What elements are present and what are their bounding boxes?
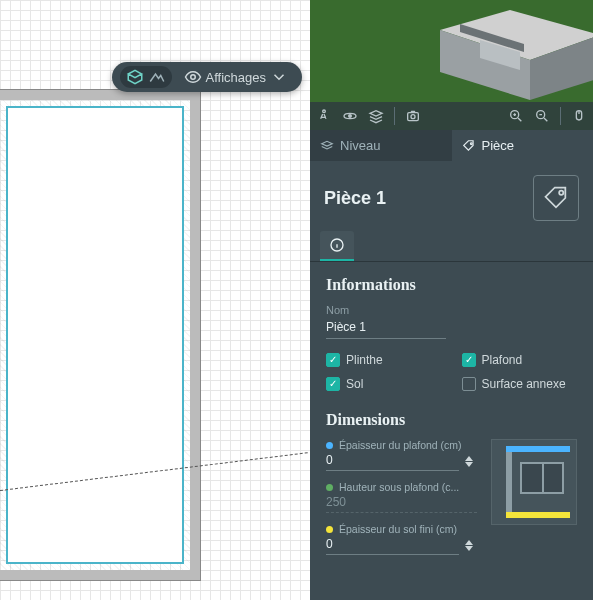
check-icon xyxy=(326,353,340,367)
plan-display-toolbar: Affichages xyxy=(112,62,302,92)
plan-2d-viewport[interactable]: Affichages xyxy=(0,0,310,600)
height-under-ceiling-label: Hauteur sous plafond (c... xyxy=(339,481,459,493)
tab-room[interactable]: Pièce xyxy=(452,130,594,161)
room-title: Pièce 1 xyxy=(324,188,386,209)
check-icon xyxy=(462,353,476,367)
inspector-tabs: Niveau Pièce xyxy=(310,130,593,161)
tag-large-icon xyxy=(542,184,570,212)
right-pane: Niveau Pièce Pièce 1 Informations Nom Pi… xyxy=(310,0,593,600)
info-icon xyxy=(329,237,345,253)
height-under-ceiling-value: 250 xyxy=(326,494,477,513)
checkbox-plinthe[interactable]: Plinthe xyxy=(326,353,442,367)
checkbox-surface-annexe[interactable]: Surface annexe xyxy=(462,377,578,391)
color-dot-height xyxy=(326,484,333,491)
ceiling-thickness-input[interactable]: 0 xyxy=(326,452,459,471)
checkbox-plafond[interactable]: Plafond xyxy=(462,353,578,367)
dimensions-heading: Dimensions xyxy=(326,411,577,429)
svg-point-8 xyxy=(349,115,352,118)
svg-point-10 xyxy=(411,115,415,119)
toolbar-separator xyxy=(560,107,561,125)
field-ceiling-thickness: Épaisseur du plafond (cm) 0 xyxy=(326,439,477,471)
viewport3d-toolbar xyxy=(310,102,593,130)
check-icon xyxy=(326,377,340,391)
color-dot-ceiling xyxy=(326,442,333,449)
building-3d-model xyxy=(430,0,593,110)
orbit-mode-icon[interactable] xyxy=(342,108,358,124)
viewport-3d[interactable] xyxy=(310,0,593,130)
tab-level[interactable]: Niveau xyxy=(310,130,452,161)
checkbox-surface-annexe-label: Surface annexe xyxy=(482,377,566,391)
name-label: Nom xyxy=(326,304,577,316)
affichages-dropdown[interactable]: Affichages xyxy=(178,66,294,88)
walk-mode-icon[interactable] xyxy=(316,108,332,124)
check-icon xyxy=(462,377,476,391)
affichages-label: Affichages xyxy=(206,70,266,85)
inspector-subtabs xyxy=(310,231,593,262)
room-tag-button[interactable] xyxy=(533,175,579,221)
svg-point-15 xyxy=(559,191,563,195)
view3d-toggle-icon[interactable] xyxy=(126,68,144,86)
dimensions-diagram xyxy=(491,439,577,525)
eye-icon xyxy=(184,68,202,86)
room-name-input[interactable]: Pièce 1 xyxy=(326,318,446,339)
field-height-under-ceiling: Hauteur sous plafond (c... 250 xyxy=(326,481,477,513)
svg-point-0 xyxy=(190,75,195,80)
subtab-info[interactable] xyxy=(320,231,354,261)
tag-icon xyxy=(462,139,476,153)
checkbox-sol[interactable]: Sol xyxy=(326,377,442,391)
snapshot-icon[interactable] xyxy=(405,108,421,124)
view2d-toggle-icon[interactable] xyxy=(148,68,166,86)
color-dot-floor xyxy=(326,526,333,533)
toolbar-separator xyxy=(394,107,395,125)
floor-thickness-stepper[interactable] xyxy=(465,540,477,551)
mouse-mode-icon[interactable] xyxy=(571,108,587,124)
inspector-panel: Niveau Pièce Pièce 1 Informations Nom Pi… xyxy=(310,130,593,600)
checkbox-plinthe-label: Plinthe xyxy=(346,353,383,367)
informations-heading: Informations xyxy=(326,276,577,294)
tab-level-label: Niveau xyxy=(340,138,380,153)
svg-rect-9 xyxy=(408,113,419,121)
ceiling-thickness-stepper[interactable] xyxy=(465,456,477,467)
zoom-out-icon[interactable] xyxy=(534,108,550,124)
level-icon xyxy=(320,139,334,153)
svg-point-14 xyxy=(470,142,472,144)
floor-thickness-label: Épaisseur du sol fini (cm) xyxy=(339,523,457,535)
section-dimensions: Dimensions Épaisseur du plafond (cm) 0 xyxy=(310,397,593,571)
checkbox-sol-label: Sol xyxy=(346,377,363,391)
section-informations: Informations Nom Pièce 1 Plinthe Plafond… xyxy=(310,262,593,397)
plan-view-mode-group xyxy=(120,66,172,88)
field-floor-thickness: Épaisseur du sol fini (cm) 0 xyxy=(326,523,477,555)
chevron-down-icon xyxy=(270,68,288,86)
checkbox-plafond-label: Plafond xyxy=(482,353,523,367)
floor-thickness-input[interactable]: 0 xyxy=(326,536,459,555)
layers-icon[interactable] xyxy=(368,108,384,124)
zoom-in-icon[interactable] xyxy=(508,108,524,124)
svg-point-6 xyxy=(323,110,326,113)
ceiling-thickness-label: Épaisseur du plafond (cm) xyxy=(339,439,462,451)
tab-room-label: Pièce xyxy=(482,138,515,153)
plan-room-outline[interactable] xyxy=(0,90,200,580)
